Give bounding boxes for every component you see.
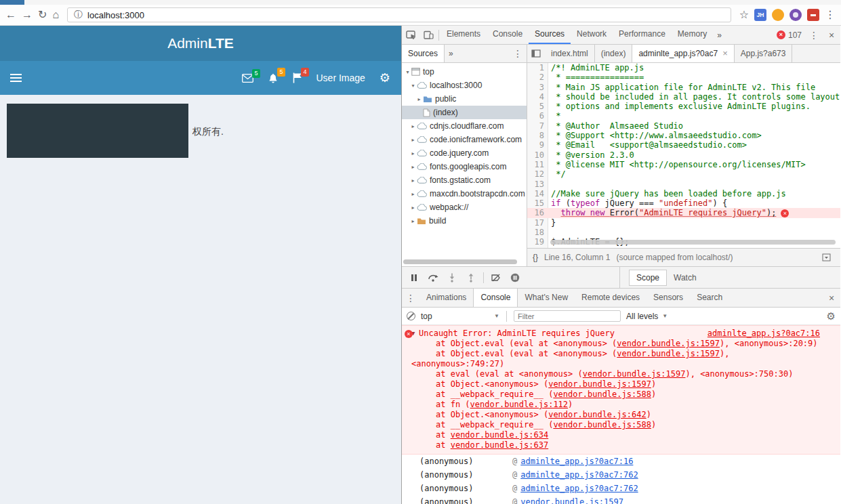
line-number[interactable]: 6 bbox=[527, 111, 548, 121]
browser-menu-icon[interactable]: ⋮ bbox=[825, 9, 836, 20]
navigator-tab-sources[interactable]: Sources bbox=[402, 45, 445, 62]
drawer-tab-search[interactable]: Search bbox=[690, 289, 729, 307]
drawer-menu-icon[interactable]: ⋮ bbox=[402, 289, 419, 307]
line-number[interactable]: 12 bbox=[527, 169, 548, 179]
drawer-tab-remote-devices[interactable]: Remote devices bbox=[575, 289, 647, 307]
expand-arrow-icon[interactable]: ▸ bbox=[415, 96, 423, 102]
tree-item-index-selected[interactable]: (index) bbox=[402, 106, 527, 119]
code-line[interactable]: 1/*! AdminLTE app.js bbox=[527, 63, 840, 72]
user-menu[interactable]: User Image bbox=[316, 72, 365, 83]
expand-arrow-icon[interactable]: ▸ bbox=[409, 150, 417, 156]
tree-item-maxcdn[interactable]: ▸ maxcdn.bootstrapcdn.com bbox=[402, 187, 527, 201]
pause-on-exceptions-button[interactable] bbox=[507, 270, 523, 286]
line-number[interactable]: 2 bbox=[527, 72, 548, 82]
stack-source-link[interactable]: vendor.bundle.js:588 bbox=[553, 390, 651, 399]
tree-item-ionicframework[interactable]: ▸ code.ionicframework.com bbox=[402, 133, 527, 146]
navigator-toggle-icon[interactable] bbox=[527, 45, 545, 62]
reload-button[interactable]: ↻ bbox=[38, 9, 47, 20]
line-number[interactable]: 13 bbox=[527, 180, 548, 189]
code-line[interactable]: 6 * bbox=[527, 111, 840, 121]
messages-menu[interactable]: 5 bbox=[242, 74, 253, 83]
tab-performance[interactable]: Performance bbox=[613, 26, 672, 44]
devtools-menu-icon[interactable]: ⋮ bbox=[805, 26, 823, 44]
extension-icon-orange[interactable] bbox=[772, 9, 784, 21]
forward-button[interactable]: → bbox=[22, 9, 33, 20]
pretty-print-button[interactable]: {} bbox=[533, 253, 538, 262]
code-line[interactable]: 17} bbox=[527, 218, 840, 228]
stack-source-link[interactable]: vendor.bundle.js:634 bbox=[451, 430, 549, 440]
line-number[interactable]: 16 bbox=[527, 208, 548, 217]
deactivate-breakpoints-button[interactable] bbox=[488, 270, 504, 286]
error-source-link[interactable]: adminlte_app.js?0ac7:16 bbox=[707, 329, 820, 339]
tree-item-top[interactable]: ▾ top bbox=[402, 65, 527, 79]
drawer-tab-whats-new[interactable]: What's New bbox=[518, 289, 575, 307]
inspect-element-icon[interactable] bbox=[402, 26, 419, 44]
more-tabs-chevron[interactable]: » bbox=[713, 30, 726, 40]
line-number[interactable]: 9 bbox=[527, 140, 548, 150]
drawer-tab-sensors[interactable]: Sensors bbox=[647, 289, 690, 307]
line-number[interactable]: 18 bbox=[527, 228, 548, 237]
tree-item-jquery[interactable]: ▸ code.jquery.com bbox=[402, 146, 527, 160]
navigator-more-tabs-chevron[interactable]: » bbox=[445, 49, 457, 58]
frame-source-link[interactable]: vendor.bundle.js:1597 bbox=[520, 497, 623, 504]
tasks-menu[interactable]: 4 bbox=[293, 72, 302, 83]
line-number[interactable]: 17 bbox=[527, 218, 548, 228]
editor-tab-index[interactable]: (index) bbox=[595, 45, 633, 62]
clear-console-icon[interactable] bbox=[407, 312, 415, 320]
stack-source-link[interactable]: vendor.bundle.js:112 bbox=[470, 400, 569, 409]
tab-scope[interactable]: Scope bbox=[629, 270, 667, 286]
extension-icon-purple[interactable] bbox=[789, 9, 802, 21]
code-area[interactable]: 1/*! AdminLTE app.js2 * ================… bbox=[527, 63, 840, 248]
browser-tab[interactable] bbox=[0, 0, 24, 5]
code-line[interactable]: 8 * @Support <http://www.almsaeedstudio.… bbox=[527, 131, 840, 140]
expand-arrow-icon[interactable]: ▸ bbox=[409, 177, 417, 184]
navigator-menu-icon[interactable]: ⋮ bbox=[509, 45, 527, 62]
code-line[interactable]: 7 * @Author Almsaeed Studio bbox=[527, 121, 840, 131]
line-number[interactable]: 15 bbox=[527, 198, 548, 208]
url-text[interactable]: localhost:3000 bbox=[87, 10, 144, 20]
editor-tab-app-js[interactable]: App.js?a673 bbox=[735, 45, 793, 62]
tree-item-cdnjs[interactable]: ▸ cdnjs.cloudflare.com bbox=[402, 119, 527, 133]
expand-arrow-icon[interactable]: ▸ bbox=[409, 164, 417, 170]
expand-arrow-icon[interactable]: ▾ bbox=[404, 69, 411, 75]
home-button[interactable]: ⌂ bbox=[52, 9, 59, 20]
console-filter-input[interactable] bbox=[514, 310, 621, 322]
code-line[interactable]: 16 throw new Error("AdminLTE requires jQ… bbox=[527, 208, 840, 217]
bookmark-star-icon[interactable]: ☆ bbox=[739, 9, 749, 20]
line-number[interactable]: 11 bbox=[527, 160, 548, 169]
stack-source-link[interactable]: vendor.bundle.js:1597 bbox=[617, 339, 720, 348]
drawer-tab-animations[interactable]: Animations bbox=[419, 289, 473, 307]
code-line[interactable]: 9 * @Email <support@almsaeedstudio.com> bbox=[527, 140, 840, 150]
expand-arrow-icon[interactable]: ▸ bbox=[409, 123, 417, 129]
pause-script-button[interactable] bbox=[406, 270, 422, 286]
line-number[interactable]: 10 bbox=[527, 150, 548, 160]
code-line[interactable]: 3 * Main JS application file for AdminLT… bbox=[527, 83, 840, 92]
status-bar-right-icon[interactable] bbox=[817, 249, 835, 266]
tab-sources[interactable]: Sources bbox=[529, 26, 571, 44]
back-button[interactable]: ← bbox=[5, 9, 16, 20]
line-number[interactable]: 4 bbox=[527, 92, 548, 102]
code-line[interactable]: 15if (typeof jQuery === "undefined") { bbox=[527, 198, 840, 208]
tab-watch[interactable]: Watch bbox=[667, 270, 703, 285]
line-number[interactable]: 7 bbox=[527, 121, 548, 131]
step-over-button[interactable] bbox=[425, 270, 441, 286]
expand-arrow-icon[interactable]: ▸ bbox=[409, 205, 417, 211]
sidebar-toggle-button[interactable] bbox=[0, 61, 31, 95]
stack-source-link[interactable]: vendor.bundle.js:1597 bbox=[583, 369, 686, 379]
code-line[interactable]: 13 bbox=[527, 180, 840, 189]
tree-item-webpack[interactable]: ▸ webpack:// bbox=[402, 201, 527, 214]
frame-source-link[interactable]: adminlte_app.js?0ac7:762 bbox=[520, 484, 638, 493]
extension-icon-jh[interactable]: JH bbox=[754, 9, 766, 21]
step-out-button[interactable] bbox=[463, 270, 479, 286]
stack-source-link[interactable]: vendor.bundle.js:588 bbox=[553, 420, 651, 429]
stack-source-link[interactable]: vendor.bundle.js:1597 bbox=[617, 349, 720, 358]
extension-icon-red[interactable] bbox=[807, 9, 819, 21]
expand-arrow-icon[interactable]: ▸ bbox=[409, 218, 417, 224]
notifications-menu[interactable]: 5 bbox=[268, 72, 279, 84]
code-line[interactable]: 18 bbox=[527, 228, 840, 237]
tree-item-build[interactable]: ▸ build bbox=[402, 214, 527, 228]
frame-source-link[interactable]: adminlte_app.js?0ac7:16 bbox=[520, 457, 633, 466]
close-tab-icon[interactable]: × bbox=[722, 45, 728, 62]
log-level-selector[interactable]: All levels ▼ bbox=[626, 312, 668, 321]
line-number[interactable]: 3 bbox=[527, 83, 548, 92]
